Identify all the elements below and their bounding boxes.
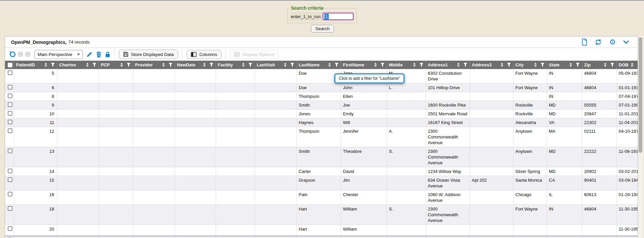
- row-checkbox[interactable]: [8, 169, 12, 173]
- select-carat-icon: [77, 54, 80, 55]
- filter-funnel-icon[interactable]: [610, 63, 614, 67]
- column-header-dob[interactable]: DOB: [616, 61, 638, 69]
- column-label: Facility: [218, 62, 233, 67]
- filter-funnel-icon[interactable]: [507, 63, 511, 67]
- filter-tooltip[interactable]: Click to add a filter for "LastName": [334, 73, 405, 83]
- row-checkbox[interactable]: [8, 206, 12, 211]
- gear-icon[interactable]: ⚙: [609, 39, 616, 46]
- filter-funnel-icon[interactable]: [334, 63, 339, 67]
- column-header-city[interactable]: City: [513, 61, 547, 69]
- pencil-icon[interactable]: [86, 51, 93, 58]
- filter-funnel-icon[interactable]: [51, 63, 55, 67]
- column-header-state[interactable]: State: [547, 61, 582, 69]
- row-checkbox[interactable]: [8, 120, 12, 124]
- search-button[interactable]: Search: [311, 25, 334, 33]
- sort-icon[interactable]: [86, 63, 89, 67]
- sort-icon[interactable]: [534, 63, 537, 67]
- sort-icon[interactable]: [162, 63, 165, 67]
- lock-icon[interactable]: [105, 51, 110, 58]
- sort-icon[interactable]: [284, 63, 287, 67]
- filter-funnel-icon[interactable]: [419, 63, 424, 67]
- run-input-selected-text: 1: [324, 14, 329, 19]
- sort-icon[interactable]: [242, 63, 245, 67]
- chevron-down-icon[interactable]: [623, 40, 629, 44]
- column-header-lastvisit[interactable]: LastVisit: [255, 61, 297, 69]
- run-input[interactable]: 1: [323, 13, 354, 20]
- filter-funnel-icon[interactable]: [209, 63, 214, 67]
- sort-icon[interactable]: [631, 63, 634, 67]
- new-document-icon[interactable]: [582, 39, 587, 46]
- sort-icon[interactable]: [413, 63, 416, 67]
- cell-chartno: [57, 225, 99, 236]
- cell-middle: [387, 176, 426, 190]
- store-displayed-data-button[interactable]: Store Displayed Data: [119, 50, 178, 59]
- filter-funnel-icon[interactable]: [92, 63, 97, 67]
- sort-icon[interactable]: [457, 63, 460, 67]
- table-row: 6DoeJohnL.101 Hilltop DriveFort WayneIN4…: [5, 83, 638, 92]
- column-header-pcp[interactable]: PCP: [99, 61, 133, 69]
- table-row: 8ThompsonEllenIN07-04-1970: [5, 92, 638, 101]
- sort-icon[interactable]: [604, 63, 607, 67]
- column-header-chartno[interactable]: Chartno: [57, 61, 99, 69]
- sort-icon[interactable]: [500, 63, 503, 67]
- select-all-checkbox[interactable]: [8, 63, 12, 67]
- sort-icon[interactable]: [569, 63, 572, 67]
- trash-icon[interactable]: [96, 51, 102, 58]
- filter-funnel-icon[interactable]: [463, 63, 468, 67]
- cell-patientid: 18: [14, 205, 57, 225]
- row-checkbox[interactable]: [8, 70, 12, 75]
- sort-icon[interactable]: [374, 63, 377, 67]
- column-label: PCP: [101, 62, 110, 67]
- column-header-provider[interactable]: Provider: [133, 61, 175, 69]
- column-header-newdate[interactable]: NewDate: [175, 61, 216, 69]
- column-header-address2[interactable]: Address2: [470, 61, 513, 69]
- row-checkbox[interactable]: [8, 128, 12, 133]
- column-label: NewDate: [177, 62, 196, 67]
- perspective-select[interactable]: Main Perspective: [35, 50, 83, 59]
- filter-funnel-icon[interactable]: [168, 63, 173, 67]
- column-header-address1[interactable]: Address1: [426, 61, 470, 69]
- filter-funnel-icon[interactable]: [290, 63, 294, 67]
- filter-funnel-icon[interactable]: [576, 63, 580, 67]
- column-label: Zip: [584, 62, 591, 67]
- cell-chartno: [57, 110, 99, 118]
- column-header-facility[interactable]: Facility: [216, 61, 255, 69]
- columns-button[interactable]: Columns: [186, 50, 221, 59]
- column-header-middle[interactable]: Middle: [387, 61, 426, 69]
- column-header-lastname[interactable]: LastName: [297, 61, 341, 69]
- column-header-patientid[interactable]: PatientID: [14, 61, 57, 69]
- cell-address1: 2501 Merrvale Road: [426, 110, 470, 118]
- cell-firstname: Theodore: [341, 147, 387, 167]
- filter-funnel-icon[interactable]: [380, 63, 385, 67]
- column-header-zip[interactable]: Zip: [582, 61, 616, 69]
- row-checkbox[interactable]: [8, 85, 12, 90]
- row-checkbox[interactable]: [8, 177, 12, 182]
- row-checkbox[interactable]: [8, 148, 12, 153]
- cell-lastname: Grayson: [297, 176, 341, 190]
- cell-zip: 55555: [582, 101, 616, 110]
- row-checkbox[interactable]: [8, 102, 12, 107]
- row-checkbox[interactable]: [8, 94, 12, 98]
- refresh-icon[interactable]: [595, 39, 602, 46]
- cell-city: Silver Spring: [513, 167, 547, 176]
- row-checkbox[interactable]: [8, 192, 12, 196]
- undo-icon[interactable]: [9, 51, 16, 58]
- column-header-firstname[interactable]: FirstName: [341, 61, 387, 69]
- filter-funnel-icon[interactable]: [248, 63, 253, 67]
- cell-chartno: [57, 176, 99, 190]
- row-checkbox[interactable]: [8, 226, 12, 231]
- cell-address1: 834 Ocean Vista Avenue: [426, 176, 470, 190]
- cell-firstname: Jim: [341, 176, 387, 190]
- row-checkbox[interactable]: [8, 111, 12, 116]
- cell-lastvisit: [255, 92, 297, 101]
- scrollbar-thumb[interactable]: [639, 37, 642, 153]
- vertical-scrollbar[interactable]: [638, 36, 643, 238]
- sort-icon[interactable]: [120, 63, 123, 67]
- sort-icon[interactable]: [328, 63, 331, 67]
- sort-icon[interactable]: [44, 63, 47, 67]
- select-all-header[interactable]: [5, 61, 14, 69]
- cell-zip: 46804: [582, 83, 616, 92]
- filter-funnel-icon[interactable]: [126, 63, 131, 67]
- sort-icon[interactable]: [203, 63, 206, 67]
- filter-funnel-icon[interactable]: [540, 63, 545, 67]
